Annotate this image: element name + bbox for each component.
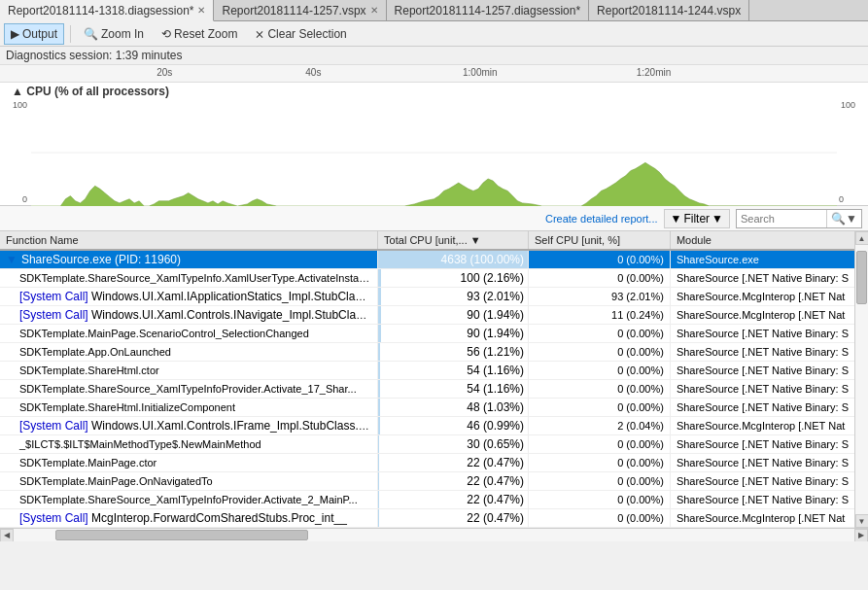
h-scroll-track[interactable]: [14, 529, 854, 541]
v-scroll-thumb[interactable]: [856, 251, 867, 304]
filter-label: Filter: [683, 212, 710, 226]
cell-total-cpu: 46 (0.99%): [378, 417, 529, 435]
cell-function-name: SDKTemplate.ShareSource_XamlTypeInfoProv…: [0, 380, 378, 399]
cpu-section: ▲ CPU (% of all processors) 100 0 100 0: [0, 83, 868, 206]
table-row[interactable]: SDKTemplate.MainPage.ctor22 (0.47%)0 (0.…: [0, 454, 854, 472]
table-row[interactable]: SDKTemplate.ShareHtml.InitializeComponen…: [0, 399, 854, 417]
reset-zoom-icon: ⟲: [161, 27, 171, 41]
function-name-text: Windows.UI.Xaml.IApplicationStatics_Impl…: [91, 290, 378, 303]
table-row[interactable]: [System Call] Windows.UI.Xaml.IApplicati…: [0, 288, 854, 306]
table-row[interactable]: SDKTemplate.ShareHtml.ctor54 (1.16%)0 (0…: [0, 362, 854, 380]
create-report-link[interactable]: Create detailed report...: [545, 213, 658, 225]
system-call-label: [System Call]: [19, 308, 91, 322]
table-row[interactable]: SDKTemplate.ShareSource_XamlTypeInfoProv…: [0, 380, 854, 399]
search-input[interactable]: [737, 213, 826, 225]
table-row[interactable]: SDKTemplate.ShareSource_XamlTypeInfo.Xam…: [0, 269, 854, 288]
cell-self-cpu: 0 (0.00%): [528, 435, 670, 454]
horizontal-scrollbar: ◀ ▶: [0, 528, 868, 541]
data-table: Function Name Total CPU [unit,... ▼ Self…: [0, 231, 854, 528]
cell-self-cpu: 0 (0.00%): [528, 343, 670, 362]
h-scroll-thumb[interactable]: [55, 530, 308, 540]
total-cpu-text: 100 (2.16%): [378, 269, 526, 287]
clear-selection-button[interactable]: ⨯ Clear Selection: [248, 23, 353, 45]
tab-close-icon[interactable]: ✕: [370, 5, 378, 16]
cell-total-cpu: 22 (0.47%): [378, 454, 529, 472]
cell-self-cpu: 0 (0.00%): [528, 491, 670, 509]
total-cpu-text: 22 (0.47%): [378, 509, 526, 527]
table-row[interactable]: [System Call] McgInterop.ForwardComShare…: [0, 509, 854, 528]
scroll-down-arrow[interactable]: ▼: [855, 514, 869, 528]
cell-total-cpu: 90 (1.94%): [378, 325, 529, 343]
cell-function-name: SDKTemplate.ShareHtml.ctor: [0, 362, 378, 380]
cell-function-name: SDKTemplate.MainPage.OnNavigatedTo: [0, 472, 378, 491]
table-row[interactable]: ▼ShareSource.exe (PID: 11960)4638 (100.0…: [0, 250, 854, 269]
cell-module: ShareSource [.NET Native Binary: S: [670, 472, 854, 491]
cell-function-name: [System Call] Windows.UI.Xaml.Controls.I…: [0, 417, 378, 435]
report-toolbar: Create detailed report... ▼ Filter ▼ 🔍 ▼: [0, 206, 868, 231]
table-row[interactable]: [System Call] Windows.UI.Xaml.Controls.I…: [0, 417, 854, 435]
ruler-mark-20s: 20s: [156, 67, 172, 78]
tab-label: Report20181114-1318.diagsession*: [8, 4, 193, 17]
table-row[interactable]: SDKTemplate.MainPage.OnNavigatedTo22 (0.…: [0, 472, 854, 491]
search-button[interactable]: 🔍 ▼: [826, 210, 861, 227]
col-total-cpu[interactable]: Total CPU [unit,... ▼: [378, 231, 529, 250]
scroll-up-arrow[interactable]: ▲: [855, 231, 869, 245]
cell-total-cpu: 100 (2.16%): [378, 269, 529, 288]
tab-diagsession-1318[interactable]: Report20181114-1318.diagsession* ✕: [0, 0, 214, 21]
tab-label: Report20181114-1244.vspx: [597, 4, 741, 17]
cell-function-name: SDKTemplate.MainPage.ScenarioControl_Sel…: [0, 325, 378, 343]
cell-module: ShareSource.McgInterop [.NET Nat: [670, 306, 854, 325]
col-module[interactable]: Module: [670, 231, 854, 250]
cell-function-name: [System Call] McgInterop.ForwardComShare…: [0, 509, 378, 528]
timeline-ruler: 20s 40s 1:00min 1:20min: [0, 65, 868, 83]
v-scroll-track[interactable]: [855, 245, 868, 514]
tab-close-icon[interactable]: ✕: [197, 5, 205, 16]
cell-module: ShareSource.exe: [670, 250, 854, 269]
total-cpu-text: 90 (1.94%): [378, 306, 526, 324]
output-icon: ▶: [11, 27, 19, 41]
total-cpu-text: 22 (0.47%): [378, 472, 526, 490]
ruler-mark-1-20min: 1:20min: [637, 67, 672, 78]
total-cpu-text: 4638 (100.00%): [378, 251, 526, 268]
cpu-collapse-icon[interactable]: ▲: [12, 85, 26, 98]
system-call-label: [System Call]: [19, 511, 91, 525]
reset-zoom-button[interactable]: ⟲ Reset Zoom: [155, 23, 244, 45]
zoom-in-button[interactable]: 🔍 Zoom In: [77, 23, 151, 45]
cell-self-cpu: 0 (0.00%): [528, 509, 670, 528]
table-row[interactable]: SDKTemplate.MainPage.ScenarioControl_Sel…: [0, 325, 854, 343]
zoom-in-icon: 🔍: [84, 27, 98, 41]
cell-self-cpu: 0 (0.00%): [528, 380, 670, 399]
tab-diagsession-1257[interactable]: Report20181114-1257.diagsession*: [387, 0, 589, 20]
col-self-cpu[interactable]: Self CPU [unit, %]: [528, 231, 670, 250]
tab-vspx-1244[interactable]: Report20181114-1244.vspx: [589, 0, 749, 20]
cell-function-name: _$ILCT$.$ILT$MainMethodType$.NewMainMeth…: [0, 435, 378, 454]
table-row[interactable]: [System Call] Windows.UI.Xaml.Controls.I…: [0, 306, 854, 325]
tab-label: Report20181114-1257.vspx: [222, 4, 365, 17]
total-cpu-text: 22 (0.47%): [378, 454, 526, 471]
function-name-text: McgInterop.ForwardComSharedStubs.Proc_in…: [91, 511, 347, 525]
ruler-marks: 20s 40s 1:00min 1:20min: [41, 65, 868, 82]
cell-self-cpu: 0 (0.00%): [528, 325, 670, 343]
scroll-right-arrow[interactable]: ▶: [854, 529, 868, 542]
diag-header: Diagnostics session: 1:39 minutes: [0, 47, 868, 65]
tab-vspx-1257[interactable]: Report20181114-1257.vspx ✕: [214, 0, 386, 20]
scroll-left-arrow[interactable]: ◀: [0, 529, 14, 542]
cpu-title: ▲ CPU (% of all processors): [12, 85, 169, 98]
tabs-bar: Report20181114-1318.diagsession* ✕ Repor…: [0, 0, 868, 21]
cell-self-cpu: 0 (0.00%): [528, 472, 670, 491]
table-row[interactable]: _$ILCT$.$ILT$MainMethodType$.NewMainMeth…: [0, 435, 854, 454]
output-button[interactable]: ▶ Output: [4, 23, 64, 45]
cell-self-cpu: 0 (0.00%): [528, 362, 670, 380]
cell-module: ShareSource.McgInterop [.NET Nat: [670, 417, 854, 435]
table-row[interactable]: SDKTemplate.App.OnLaunched56 (1.21%)0 (0…: [0, 343, 854, 362]
cell-self-cpu: 93 (2.01%): [528, 288, 670, 306]
filter-button[interactable]: ▼ Filter ▼: [664, 209, 730, 228]
cell-module: ShareSource.McgInterop [.NET Nat: [670, 288, 854, 306]
cell-total-cpu: 54 (1.16%): [378, 362, 529, 380]
table-row[interactable]: SDKTemplate.ShareSource_XamlTypeInfoProv…: [0, 491, 854, 509]
cell-module: ShareSource [.NET Native Binary: S: [670, 362, 854, 380]
col-function-name[interactable]: Function Name: [0, 231, 378, 250]
cell-function-name: [System Call] Windows.UI.Xaml.Controls.I…: [0, 306, 378, 325]
cell-function-name: SDKTemplate.App.OnLaunched: [0, 343, 378, 362]
cell-function-name: SDKTemplate.ShareHtml.InitializeComponen…: [0, 399, 378, 417]
